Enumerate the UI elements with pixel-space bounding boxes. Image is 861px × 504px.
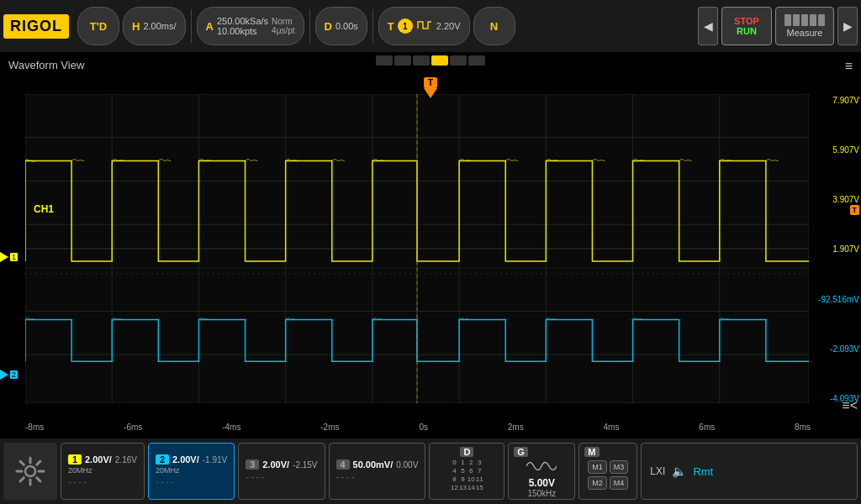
y-axis-labels: 7.907V 5.907V 3.907V 1.907V -92.516mV -2…	[818, 94, 859, 405]
ch3-box[interactable]: 3 2.00V/ -2.15V ----	[238, 443, 325, 500]
d-digital-box[interactable]: D 0 1 2 3 4 5 6 7 8 9 10 11 12 13 14 15	[429, 443, 504, 500]
waveform-title: Waveform View	[8, 59, 84, 71]
ch1-ground-marker: 1	[0, 252, 18, 262]
measure-button[interactable]: Measure	[775, 7, 834, 45]
x-label-7: 4ms	[604, 423, 620, 432]
d-header: D	[460, 447, 473, 457]
y-label-3: 3.907V	[832, 195, 859, 204]
ch3-header: 3 2.00V/ -2.15V	[246, 459, 317, 470]
nav-item-2	[394, 55, 411, 66]
x-label-2: -6ms	[124, 423, 142, 432]
separator2	[309, 9, 310, 43]
separator	[191, 9, 192, 43]
x-label-4: -2ms	[320, 423, 339, 432]
m-math-box[interactable]: M M1 M3 M2 M4	[578, 443, 637, 500]
y-label-1: 7.907V	[832, 96, 859, 105]
g-values: 5.00V 150kHz	[526, 459, 557, 498]
nav-item-active	[431, 55, 448, 66]
nav-item-6	[468, 55, 485, 66]
m-buttons-grid: M1 M3 M2 M4	[588, 460, 628, 490]
h-timebase-button[interactable]: H 2.00ms/	[123, 7, 186, 45]
svg-line-28	[20, 461, 24, 465]
speaker-icon: 🔈	[672, 465, 686, 478]
ch2-ground-marker: 2	[0, 370, 18, 380]
trigger-arrow	[424, 88, 437, 98]
t-marker-right: T	[850, 205, 860, 215]
sine-wave-icon	[526, 459, 557, 474]
x-label-9: 8ms	[795, 423, 811, 432]
trigger-ch-indicator: 1	[398, 18, 413, 34]
waveform-area: Waveform View ≡ T	[0, 52, 861, 438]
trigger-waveform-icon	[416, 17, 433, 34]
d-delay-button[interactable]: D 0.00s	[315, 7, 367, 45]
settings-icon-button[interactable]	[3, 443, 57, 500]
separator3	[372, 9, 373, 43]
ch2-header: 2 2.00V/ -1.91V	[156, 454, 227, 465]
y-label-2: 5.907V	[832, 145, 859, 155]
waveform-bottom-menu[interactable]: ≡<	[842, 398, 858, 413]
x-label-3: -4ms	[222, 423, 240, 432]
ch2-waveform	[25, 320, 809, 362]
waveform-header: Waveform View ≡	[0, 52, 861, 77]
topbar: RIGOL T'D H 2.00ms/ A 250.00kSa/s 10.00k…	[0, 0, 861, 52]
ch1-arrow	[0, 252, 8, 262]
logo: RIGOL	[3, 14, 69, 39]
bottombar: 1 2.00V/ 2.16V 20MHz ---- 2 2.00V/ -1.91…	[0, 438, 861, 504]
td-button[interactable]: T'D	[77, 7, 119, 45]
x-label-8: 6ms	[699, 423, 715, 432]
ch1-box[interactable]: 1 2.00V/ 2.16V 20MHz ----	[61, 443, 145, 500]
y-label-5: -92.516mV	[818, 295, 859, 304]
stop-run-button[interactable]: STOP RUN	[721, 7, 772, 45]
svg-rect-0	[25, 94, 809, 403]
d-channel-grid: 0 1 2 3 4 5 6 7 8 9 10 11 12 13 14 15	[451, 459, 483, 491]
ch1-header: 1 2.00V/ 2.16V	[68, 454, 137, 465]
t-trigger-button[interactable]: T 1 2.20V	[378, 7, 470, 45]
x-axis-labels: -8ms -6ms -4ms -2ms 0s 2ms 4ms 6ms 8ms	[25, 423, 811, 432]
svg-line-31	[20, 478, 24, 481]
waveform-display[interactable]	[25, 94, 809, 403]
ch2-box[interactable]: 2 2.00V/ -1.91V 20MHz ----	[148, 443, 235, 500]
nav-item-3	[413, 55, 430, 66]
svg-line-29	[37, 478, 40, 481]
y-label-4: 1.907V	[832, 244, 859, 254]
svg-point-23	[25, 466, 35, 476]
ch4-header: 4 50.00mV/ 0.00V	[336, 459, 419, 470]
gear-icon	[13, 454, 47, 488]
ch1-waveform	[25, 161, 809, 261]
x-label-6: 2ms	[508, 423, 524, 432]
trigger-position-indicator: T	[424, 77, 437, 98]
ch2-arrow	[0, 370, 8, 380]
x-label-5: 0s	[419, 423, 428, 432]
ch1-noise-top	[25, 160, 779, 162]
n-button[interactable]: N	[473, 7, 515, 45]
measure-icon	[784, 14, 825, 26]
lxi-rmt-box: LXI 🔈 Rmt	[641, 443, 858, 500]
g-generator-box[interactable]: G 5.00V 150kHz	[508, 443, 575, 500]
waveform-menu-icon[interactable]: ≡	[845, 59, 853, 74]
a-acquire-button[interactable]: A 250.00kSa/s 10.00kpts Norm 4μs/pt	[197, 7, 304, 45]
waveform-nav	[376, 55, 485, 66]
svg-line-30	[37, 461, 40, 465]
x-label-1: -8ms	[25, 423, 44, 432]
nav-left-button[interactable]: ◀	[698, 7, 718, 45]
nav-item-1	[376, 55, 393, 66]
y-label-6: -2.093V	[830, 344, 859, 354]
ch2-noise	[25, 318, 730, 320]
nav-right-button[interactable]: ▶	[837, 7, 858, 45]
nav-item-5	[450, 55, 467, 66]
ch4-box[interactable]: 4 50.00mV/ 0.00V ----	[329, 443, 426, 500]
ch1-label: CH1	[34, 203, 54, 215]
